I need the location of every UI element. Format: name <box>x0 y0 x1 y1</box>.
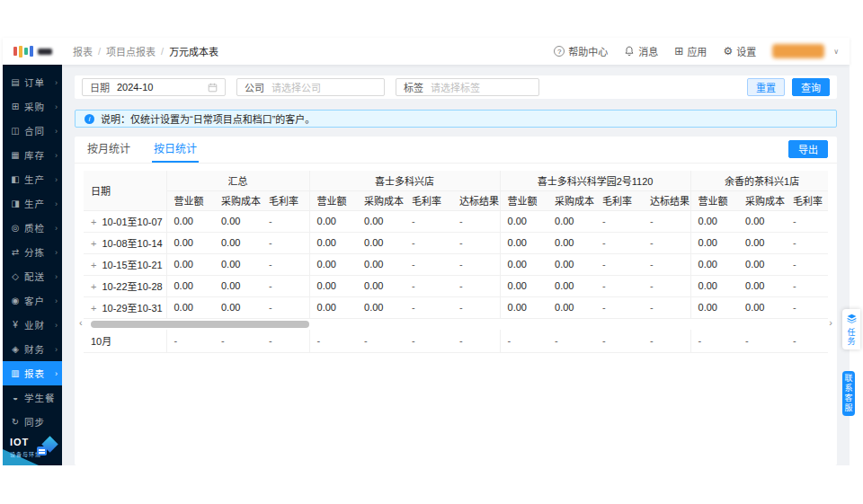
expand-icon[interactable]: + <box>91 238 96 249</box>
settings-button[interactable]: ⚙ 设置 <box>723 44 756 58</box>
contact-support-button[interactable]: 联系客服 <box>842 371 855 416</box>
company-filter-placeholder: 请选择公司 <box>271 80 321 94</box>
tab-monthly-stats[interactable]: 按月统计 <box>85 137 132 163</box>
sidebar-item-production-2[interactable]: ◨生产› <box>3 191 62 216</box>
task-floating-button[interactable]: 任务 <box>842 309 860 349</box>
breadcrumb-item[interactable]: 项目点报表 <box>106 44 156 58</box>
sidebar-item-label: 生产 <box>24 197 45 210</box>
value-cell: 0.00 <box>309 253 357 275</box>
row-date-cell: +10-01至10-07 <box>84 210 166 232</box>
company-filter[interactable]: 公司 请选择公司 <box>236 78 385 96</box>
value-cell: - <box>786 210 828 232</box>
messages-label: 消息 <box>638 44 658 58</box>
value-cell: 0.00 <box>214 210 262 232</box>
value-cell: 0.00 <box>690 232 738 253</box>
expand-icon[interactable]: + <box>91 217 96 227</box>
sidebar-item-contract[interactable]: ◫合同› <box>3 119 62 143</box>
summary-cell: - <box>214 330 262 353</box>
value-cell: 0.00 <box>309 275 357 296</box>
sidebar-item-label: 库存 <box>24 148 45 162</box>
value-cell: 0.00 <box>166 253 214 275</box>
value-cell: - <box>262 253 309 275</box>
sidebar-item-production-1[interactable]: ◧生产› <box>3 167 62 191</box>
col-header: 达标结果 <box>643 190 690 210</box>
value-cell: - <box>262 210 309 232</box>
value-cell: 0.00 <box>690 253 738 275</box>
sidebar-item-sync[interactable]: ↻同步 <box>3 410 62 434</box>
chevron-right-icon: › <box>55 224 58 233</box>
date-filter[interactable]: 日期 2024-10 <box>82 78 226 96</box>
iot-title: IOT <box>10 437 29 447</box>
expand-icon[interactable]: + <box>91 303 96 314</box>
group-header: 喜士多科兴科学园2号1120 <box>500 171 690 190</box>
sidebar-item-orders[interactable]: ▤订单› <box>3 70 62 94</box>
sidebar-item-sorting[interactable]: ⇄分拣› <box>3 240 62 264</box>
sidebar-item-delivery[interactable]: ◇配送› <box>3 264 62 288</box>
sidebar-item-quality[interactable]: ◎质检› <box>3 216 62 240</box>
apps-button[interactable]: ⊞ 应用 <box>674 44 707 58</box>
value-cell: - <box>405 232 452 253</box>
expand-icon[interactable]: + <box>91 260 96 270</box>
help-center-button[interactable]: ? 帮助中心 <box>554 44 608 58</box>
value-cell: - <box>643 232 690 253</box>
filter-buttons: 重置 查询 <box>747 78 830 96</box>
row-date: 10-29至10-31 <box>102 303 162 314</box>
col-header: 采购成本 <box>357 190 405 210</box>
value-cell: - <box>786 232 828 253</box>
logo-mark <box>13 47 17 56</box>
group-header: 喜士多科兴店 <box>309 171 500 190</box>
purchase-icon: ⊞ <box>10 102 21 111</box>
export-button[interactable]: 导出 <box>788 140 828 158</box>
sidebar-item-label: 同步 <box>24 415 45 429</box>
scroll-right-icon[interactable]: › <box>829 318 832 328</box>
sidebar-item-customers[interactable]: ◉客户› <box>3 288 62 313</box>
value-cell: 0.00 <box>214 232 262 253</box>
cost-table-summary: 10月-------------- <box>84 330 828 354</box>
avatar[interactable] <box>772 44 824 58</box>
value-cell: - <box>595 232 643 253</box>
app-window: 报表 / 项目点报表 / 万元成本表 ? 帮助中心 消息 ⊞ 应用 <box>3 38 850 465</box>
expand-icon[interactable]: + <box>91 281 96 292</box>
value-cell: - <box>452 232 500 253</box>
sidebar-item-label: 质检 <box>24 221 45 234</box>
row-date: 10-22至10-28 <box>102 281 162 292</box>
tab-daily-stats[interactable]: 按日统计 <box>152 137 199 163</box>
value-cell: - <box>452 210 500 232</box>
chevron-right-icon: › <box>55 296 58 305</box>
breadcrumb-item[interactable]: 报表 <box>73 44 93 58</box>
table-row: +10-01至10-070.000.00-0.000.00--0.000.00-… <box>84 210 828 232</box>
value-cell: 0.00 <box>500 296 547 318</box>
value-cell: 0.00 <box>166 210 214 232</box>
chevron-right-icon: › <box>55 272 58 281</box>
value-cell: 0.00 <box>500 210 547 232</box>
sidebar-item-finance[interactable]: ◈财务› <box>3 337 62 361</box>
horizontal-scrollbar[interactable]: ‹ › <box>84 320 828 329</box>
value-cell: 0.00 <box>547 275 595 296</box>
student-meal-icon: ◒ <box>10 393 21 402</box>
query-button[interactable]: 查询 <box>792 78 830 96</box>
sidebar-item-label: 生产 <box>24 172 45 186</box>
col-header: 达标结果 <box>452 190 500 210</box>
sidebar-item-biz-finance[interactable]: ¥业财› <box>3 313 62 337</box>
sidebar-item-label: 报表 <box>24 367 45 380</box>
value-cell: 0.00 <box>547 296 595 318</box>
chevron-down-icon[interactable]: ∨ <box>833 48 839 56</box>
col-header: 采购成本 <box>547 190 595 210</box>
sidebar-item-purchase[interactable]: ⊞采购› <box>3 94 62 119</box>
value-cell: - <box>452 296 500 318</box>
scrollbar-thumb[interactable] <box>91 321 309 328</box>
col-header: 毛利率 <box>405 190 452 210</box>
sidebar-item-reports[interactable]: ▥报表› <box>3 361 62 385</box>
sidebar-item-inventory[interactable]: ▦库存› <box>3 143 62 167</box>
sidebar-item-student-meal[interactable]: ◒学生餐 <box>3 385 62 410</box>
tag-filter[interactable]: 标签 请选择标签 <box>396 78 539 96</box>
table-scroll-view: 日期汇总喜士多科兴店喜士多科兴科学园2号1120余香的茶科兴1店营业额采购成本毛… <box>84 171 828 319</box>
messages-button[interactable]: 消息 <box>624 44 658 58</box>
sidebar-item-label: 合同 <box>24 124 45 137</box>
summary-cell: - <box>309 330 357 353</box>
app-logo[interactable] <box>3 38 62 65</box>
row-date-cell: +10-08至10-14 <box>84 232 166 253</box>
reset-button[interactable]: 重置 <box>747 78 785 96</box>
table-row: +10-08至10-140.000.00-0.000.00--0.000.00-… <box>84 232 828 253</box>
scroll-left-icon[interactable]: ‹ <box>79 318 83 328</box>
